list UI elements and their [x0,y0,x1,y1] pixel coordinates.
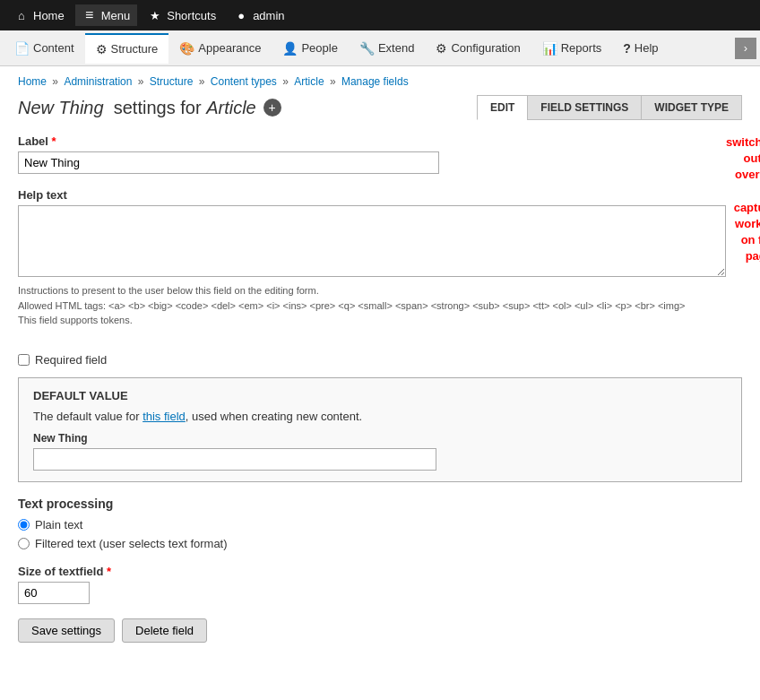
top-nav-bar: Home Menu Shortcuts admin [0,0,760,30]
tab-edit[interactable]: EDIT [477,95,527,120]
top-nav-shortcuts-label: Shortcuts [167,9,216,22]
size-required-star: * [107,565,111,578]
help-text-instructions: Instructions to present to the user belo… [18,283,726,328]
top-nav-menu[interactable]: Menu [75,4,138,26]
plain-text-label: Plain text [35,518,82,531]
breadcrumb-content-types[interactable]: Content types [211,75,277,88]
top-nav-home[interactable]: Home [7,4,72,26]
size-input[interactable] [18,582,90,604]
nav-collapse-button[interactable]: › [735,38,756,59]
help-text-line1: Instructions to present to the user belo… [18,283,726,298]
label-input[interactable] [18,151,439,174]
help-text-label: Help text [18,188,726,202]
main-nav-configuration-label: Configuration [451,41,520,55]
delete-field-button[interactable]: Delete field [122,618,207,643]
filtered-text-radio[interactable] [18,538,30,549]
button-row: Save settings Delete field [18,618,742,643]
label-field-label: Label * [18,134,726,148]
main-nav-content-label: Content [33,41,74,55]
main-nav-bar: 📄 Content ⚙ Structure 🎨 Appearance 👤 Peo… [0,30,760,66]
radio-plain-text: Plain text [18,518,742,531]
help-text-section: Help text Instructions to present to the… [18,188,726,328]
admin-icon [234,8,248,22]
main-nav-appearance[interactable]: 🎨 Appearance [168,34,272,63]
appearance-icon: 🎨 [179,41,194,56]
main-nav-structure[interactable]: ⚙ Structure [85,33,169,64]
breadcrumb-sep: » [330,75,339,88]
add-button[interactable]: + [263,99,281,117]
config-icon: ⚙ [436,41,447,56]
main-nav-help-label: Help [635,41,659,55]
help-text-line2: Allowed HTML tags: <a> <b> <big> <code> … [18,298,726,314]
tab-group: EDIT FIELD SETTINGS WIDGET TYPE [477,95,742,120]
page-title-prefix: New Thing [18,98,104,117]
main-nav-extend-label: Extend [378,41,414,55]
text-processing-section: Text processing Plain text Filtered text… [18,497,742,550]
main-nav-help[interactable]: ? Help [612,34,669,63]
main-nav-extend[interactable]: 🔧 Extend [349,34,425,63]
default-value-section: DEFAULT VALUE The default value for this… [18,377,742,482]
main-nav-people-label: People [301,41,337,55]
text-processing-title: Text processing [18,497,742,511]
tab-widget-type[interactable]: WIDGET TYPE [642,95,742,120]
main-nav-people[interactable]: 👤 People [272,34,348,63]
breadcrumb-sep: » [52,75,61,88]
page-title: New Thing settings for Article [18,98,256,118]
content-area: Home » Administration » Structure » Cont… [0,66,760,652]
main-nav-reports-label: Reports [561,41,602,55]
breadcrumb-structure[interactable]: Structure [150,75,194,88]
plain-text-radio[interactable] [18,519,30,531]
top-nav-menu-label: Menu [101,9,131,22]
breadcrumb-manage-fields[interactable]: Manage fields [341,75,409,88]
extend-icon: 🔧 [359,41,375,56]
main-nav-appearance-label: Appearance [198,41,261,55]
main-nav-structure-label: Structure [111,42,159,56]
save-settings-button[interactable]: Save settings [18,618,115,643]
shortcuts-icon [148,8,162,22]
breadcrumb-sep: » [138,75,147,88]
content-icon: 📄 [14,41,30,56]
tab-field-settings[interactable]: FIELD SETTINGS [527,95,642,120]
main-nav-content[interactable]: 📄 Content [4,34,85,63]
breadcrumb: Home » Administration » Structure » Cont… [18,75,742,88]
label-required-star: * [52,134,56,148]
size-field-label: Size of textfield * [18,565,742,578]
breadcrumb-sep: » [282,75,291,88]
default-value-input[interactable] [33,448,436,471]
top-nav-shortcuts[interactable]: Shortcuts [141,4,223,26]
required-field-row: Required field [18,353,742,367]
page-title-suffix: settings for [114,98,202,117]
default-value-link[interactable]: this field [142,410,186,423]
main-nav-configuration[interactable]: ⚙ Configuration [425,34,531,63]
page-title-group: New Thing settings for Article + [18,98,281,118]
breadcrumb-home[interactable]: Home [18,75,47,88]
size-of-textfield-section: Size of textfield * [18,565,742,604]
breadcrumb-article[interactable]: Article [294,75,324,88]
top-nav-admin[interactable]: admin [227,4,291,26]
page-header: New Thing settings for Article + EDIT FI… [18,95,742,120]
help-text-input[interactable] [18,205,726,277]
people-icon: 👤 [282,41,298,56]
breadcrumb-administration[interactable]: Administration [64,75,132,88]
home-icon [14,8,29,22]
collapse-icon: › [744,41,747,55]
label-field-section: Label * [18,134,726,174]
overlay-note: switched out of overlay so captureworked… [726,134,760,342]
top-nav-admin-label: admin [253,9,284,22]
reports-icon: 📊 [542,41,557,56]
help-icon: ? [623,41,631,56]
structure-icon: ⚙ [96,42,108,56]
required-field-label: Required field [35,353,107,367]
default-value-sublabel: New Thing [33,432,727,445]
radio-filtered-text: Filtered text (user selects text format) [18,537,742,550]
menu-icon [82,8,97,22]
main-nav-reports[interactable]: 📊 Reports [531,34,613,63]
default-value-title: DEFAULT VALUE [33,389,727,402]
help-text-line3: This field supports tokens. [18,313,726,328]
filtered-text-label: Filtered text (user selects text format) [35,537,228,550]
default-value-desc: The default value for this field, used w… [33,410,727,423]
page-title-entity: Article [206,98,256,117]
top-section: Label * Help text Instructions to presen… [18,134,742,342]
breadcrumb-sep: » [199,75,208,88]
required-field-checkbox[interactable] [18,354,30,366]
